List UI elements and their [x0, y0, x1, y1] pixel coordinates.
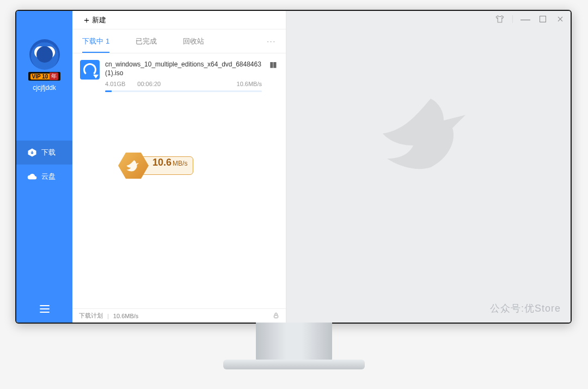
maximize-button[interactable] [538, 14, 548, 24]
nav-download-label: 下载 [41, 148, 56, 157]
download-size: 4.01GB [105, 81, 125, 87]
close-button[interactable] [555, 14, 565, 24]
download-panel: ＋ 新建 下载中 1 已完成 回收站 ··· cn_windows_10_mul… [72, 11, 286, 323]
tabs: 下载中 1 已完成 回收站 ··· [72, 29, 286, 53]
lock-icon[interactable] [273, 312, 279, 320]
preview-pane: 公众号:优Store [286, 11, 571, 323]
tab-recycle-label: 回收站 [183, 37, 204, 46]
sidebar: VIP 10 年 cjcjfjddk 下载 云盘 [16, 11, 72, 323]
tab-completed-label: 已完成 [136, 37, 157, 46]
minimize-button[interactable]: — [520, 14, 530, 24]
username-label: cjcjfjddk [33, 84, 56, 92]
tab-more-icon[interactable]: ··· [267, 37, 276, 45]
tab-downloading-label: 下载中 [82, 37, 103, 46]
tab-recycle[interactable]: 回收站 [183, 29, 204, 53]
download-item[interactable]: cn_windows_10_multiple_editions_x64_dvd_… [72, 53, 286, 96]
skin-icon[interactable] [495, 14, 505, 24]
download-eta: 00:06:20 [137, 81, 161, 87]
separator: | [107, 313, 109, 319]
tab-downloading[interactable]: 下载中 1 [82, 29, 109, 53]
nav-cloud[interactable]: 云盘 [16, 165, 72, 189]
speed-badge: 10.6 MB/s [118, 153, 193, 179]
speed-value: 10.6 [152, 157, 171, 168]
vip-badge: VIP 10 年 [28, 72, 61, 81]
new-button[interactable]: ＋ 新建 [78, 13, 111, 27]
vip-level: VIP 10 [30, 74, 50, 80]
statusbar: 下载计划 | 10.6MB/s [72, 308, 286, 323]
tab-completed[interactable]: 已完成 [136, 29, 157, 53]
plus-icon: ＋ [82, 16, 91, 25]
separator [512, 15, 513, 23]
avatar[interactable] [29, 39, 60, 70]
menu-icon[interactable] [39, 303, 51, 313]
file-icon [80, 60, 100, 80]
nav-download[interactable]: 下载 [16, 141, 72, 165]
svg-rect-0 [274, 315, 278, 318]
tab-downloading-count: 1 [106, 37, 109, 45]
speed-unit: MB/s [173, 160, 187, 167]
new-button-label: 新建 [92, 15, 106, 25]
status-plan[interactable]: 下载计划 [79, 312, 103, 320]
download-speed: 10.6MB/s [237, 81, 262, 87]
download-icon [27, 148, 37, 157]
pause-button[interactable]: ▮▮ [267, 60, 278, 92]
download-title: cn_windows_10_multiple_editions_x64_dvd_… [105, 60, 262, 77]
vip-unit: 年 [50, 72, 58, 80]
toolbar: ＋ 新建 [72, 11, 286, 29]
status-speed: 10.6MB/s [113, 313, 138, 319]
progress-bar [105, 90, 262, 92]
bird-watermark-icon [369, 81, 488, 190]
watermark-text: 公众号:优Store [490, 302, 561, 315]
nav-cloud-label: 云盘 [41, 172, 56, 181]
window-controls: — [495, 14, 565, 24]
cloud-icon [27, 172, 37, 181]
